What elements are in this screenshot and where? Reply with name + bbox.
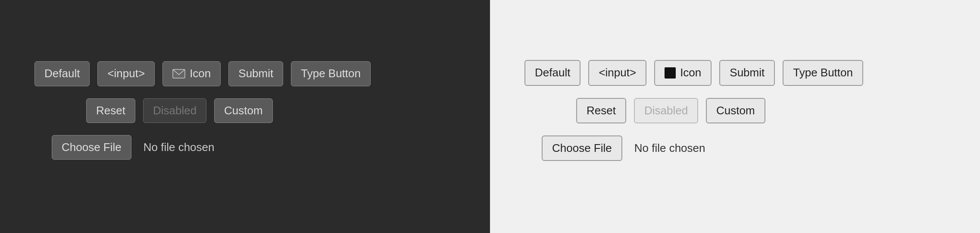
square-icon <box>665 67 676 79</box>
dark-no-file-text: No file chosen <box>144 141 215 154</box>
light-row-2: Reset Disabled Custom <box>524 98 946 123</box>
dark-type-button-button[interactable]: Type Button <box>291 61 371 86</box>
dark-submit-button[interactable]: Submit <box>228 61 283 86</box>
light-disabled-button: Disabled <box>634 98 698 123</box>
dark-panel: Default <input> Icon Submit Type Button … <box>0 0 490 233</box>
dark-reset-button[interactable]: Reset <box>86 98 135 123</box>
light-type-button-button[interactable]: Type Button <box>783 60 863 85</box>
dark-input-button[interactable]: <input> <box>97 61 155 86</box>
light-row-3: Choose File No file chosen <box>524 135 946 161</box>
dark-disabled-button: Disabled <box>143 98 206 123</box>
light-default-button[interactable]: Default <box>524 60 581 85</box>
dark-row-3: Choose File No file chosen <box>34 135 456 160</box>
dark-icon-label: Icon <box>190 67 211 80</box>
light-input-button[interactable]: <input> <box>588 60 646 85</box>
dark-row-2: Reset Disabled Custom <box>34 98 456 123</box>
dark-row-1: Default <input> Icon Submit Type Button <box>34 61 456 86</box>
dark-default-button[interactable]: Default <box>34 61 90 86</box>
dark-custom-button[interactable]: Custom <box>214 98 273 123</box>
light-row-1: Default <input> Icon Submit Type Button <box>524 60 946 85</box>
envelope-icon <box>172 69 185 79</box>
light-no-file-text: No file chosen <box>634 142 705 155</box>
light-choose-file-button[interactable]: Choose File <box>542 135 622 161</box>
dark-choose-file-button[interactable]: Choose File <box>52 135 131 160</box>
light-custom-button[interactable]: Custom <box>706 98 765 123</box>
dark-icon-button[interactable]: Icon <box>162 61 221 86</box>
light-icon-button[interactable]: Icon <box>654 60 712 85</box>
light-reset-button[interactable]: Reset <box>576 98 626 123</box>
light-submit-button[interactable]: Submit <box>719 60 775 85</box>
light-panel: Default <input> Icon Submit Type Button … <box>490 0 980 233</box>
light-icon-label: Icon <box>680 66 701 79</box>
